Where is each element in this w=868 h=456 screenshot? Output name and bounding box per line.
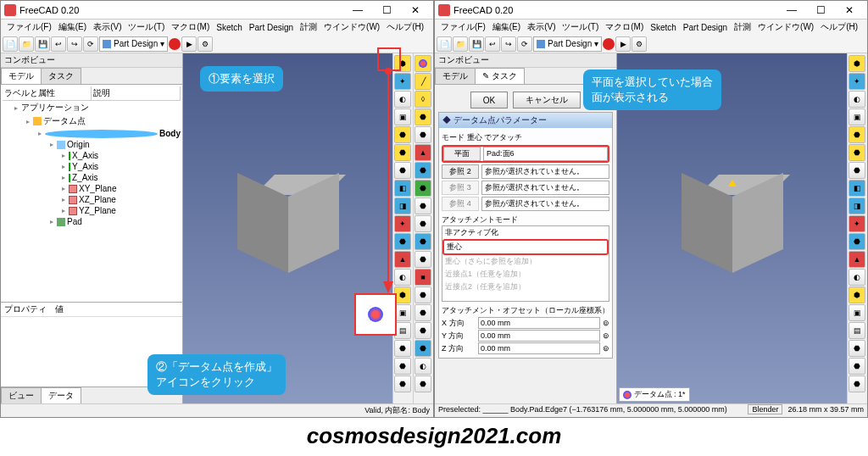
cube-model[interactable]	[237, 173, 339, 275]
vtool-11[interactable]: ⬣	[849, 233, 865, 250]
tab-task[interactable]: タスク	[41, 68, 81, 84]
vtool-7[interactable]: ⬣	[849, 162, 865, 179]
tree-xz-plane[interactable]: XZ_Plane	[62, 194, 181, 205]
ref1-value[interactable]: Pad:面6	[483, 147, 608, 161]
menu-macro[interactable]: マクロ(M)	[603, 21, 646, 33]
menu-view[interactable]: 表示(V)	[525, 21, 558, 33]
datum-plane-button[interactable]: ◊	[415, 91, 431, 108]
tree-body[interactable]: Body	[38, 128, 181, 139]
menu-file[interactable]: ファイル(F)	[4, 21, 54, 33]
cube-model[interactable]	[682, 173, 783, 275]
spinner-icon[interactable]: ⊚	[603, 344, 609, 353]
z-offset-input[interactable]	[478, 342, 600, 354]
vtool-9[interactable]: ◨	[849, 197, 865, 214]
menu-help[interactable]: ヘルプ(H)	[384, 21, 426, 33]
tree-doc[interactable]: データム点	[26, 114, 181, 128]
minimize-button[interactable]: —	[777, 1, 806, 19]
menu-help[interactable]: ヘルプ(H)	[818, 21, 860, 33]
close-button[interactable]: ✕	[835, 1, 864, 19]
cancel-button[interactable]: キャンセル	[513, 92, 581, 108]
tree-xy-plane[interactable]: XY_Plane	[62, 183, 181, 194]
ref4-button[interactable]: 参照 4	[442, 197, 479, 211]
vtool2-7[interactable]: ⬣	[415, 162, 431, 179]
menu-sketch[interactable]: Sketch	[648, 23, 679, 32]
menu-tools[interactable]: ツール(T)	[559, 21, 601, 33]
vtool-4[interactable]: ▣	[849, 108, 865, 125]
menu-measure[interactable]: 計測	[732, 21, 754, 33]
tree-z-axis[interactable]: Z_Axis	[62, 172, 181, 183]
vtool-16[interactable]: ▤	[394, 322, 411, 339]
undo-button[interactable]: ↩	[485, 36, 500, 52]
tree-app[interactable]: アプリケーション	[14, 101, 181, 114]
vtool-5[interactable]: ⬣	[849, 126, 865, 143]
vtool-18[interactable]: ⬣	[394, 358, 411, 375]
x-offset-input[interactable]	[478, 317, 600, 329]
mode-centroid-more[interactable]: 重心（さらに参照を追加）	[442, 255, 609, 268]
menu-window[interactable]: ウインドウ(W)	[321, 21, 382, 33]
tool-btn-a[interactable]: ▶	[181, 36, 197, 52]
tree-origin[interactable]: Origin	[50, 139, 181, 150]
vtool2-13[interactable]: ■	[415, 269, 431, 286]
datum-line-button[interactable]: ╱	[415, 73, 431, 90]
mode-proximity1[interactable]: 近接点1（任意を追加）	[442, 268, 609, 281]
3d-viewport[interactable]	[183, 53, 392, 403]
menu-window[interactable]: ウインドウ(W)	[755, 21, 816, 33]
tab-data[interactable]: データ	[41, 387, 81, 403]
ref3-button[interactable]: 参照 3	[442, 181, 479, 195]
maximize-button[interactable]: ☐	[806, 1, 835, 19]
vtool-17[interactable]: ⬣	[394, 340, 411, 357]
ref2-button[interactable]: 参照 2	[442, 164, 479, 179]
minimize-button[interactable]: —	[343, 1, 372, 19]
vtool-15[interactable]: ▣	[849, 304, 865, 321]
vtool2-5[interactable]: ⬣	[415, 126, 431, 143]
menu-measure[interactable]: 計測	[298, 21, 320, 33]
tab-3d-label[interactable]: データム点 : 1*	[619, 387, 690, 402]
vtool-2[interactable]: ✦	[849, 73, 865, 90]
mode-inactive[interactable]: 非アクティブ化	[442, 226, 609, 239]
workbench-selector[interactable]: Part Design ▾	[99, 36, 168, 52]
vtool2-18[interactable]: ◐	[415, 358, 431, 375]
ok-button[interactable]: OK	[470, 92, 508, 108]
nav-style[interactable]: Blender	[748, 404, 782, 414]
vtool-19[interactable]: ⬣	[394, 375, 411, 392]
vtool2-15[interactable]: ⬣	[415, 304, 431, 321]
redo-button[interactable]: ↪	[501, 36, 516, 52]
menu-edit[interactable]: 編集(E)	[490, 21, 523, 33]
vtool-19[interactable]: ⬣	[849, 375, 865, 392]
new-file-button[interactable]: 📄	[437, 36, 452, 52]
record-macro-button[interactable]	[603, 38, 615, 50]
ref2-value[interactable]: 参照が選択されていません。	[481, 164, 609, 179]
menu-macro[interactable]: マクロ(M)	[169, 21, 212, 33]
refresh-button[interactable]: ⟳	[517, 36, 532, 52]
vtool2-4[interactable]: ⬣	[415, 108, 431, 125]
tab-task[interactable]: ✎ タスク	[475, 68, 525, 84]
open-button[interactable]: 📁	[453, 36, 468, 52]
menu-tools[interactable]: ツール(T)	[125, 21, 167, 33]
save-button[interactable]: 💾	[35, 36, 50, 52]
vtool2-11[interactable]: ⬣	[415, 233, 431, 250]
vtool2-8[interactable]: ⬣	[415, 180, 431, 197]
redo-button[interactable]: ↪	[67, 36, 82, 52]
vtool-13[interactable]: ◐	[849, 269, 865, 286]
tab-model[interactable]: モデル	[1, 68, 42, 84]
undo-button[interactable]: ↩	[51, 36, 66, 52]
tab-view[interactable]: ビュー	[1, 387, 42, 403]
tool-btn-b[interactable]: ⚙	[198, 36, 213, 52]
tab-model[interactable]: モデル	[435, 68, 476, 84]
menu-view[interactable]: 表示(V)	[91, 21, 124, 33]
workbench-selector[interactable]: Part Design ▾	[533, 36, 602, 52]
maximize-button[interactable]: ☐	[372, 1, 401, 19]
vtool2-14[interactable]: ⬣	[415, 286, 431, 303]
vtool-18[interactable]: ⬣	[849, 358, 865, 375]
tool-btn-a[interactable]: ▶	[615, 36, 631, 52]
tree-pad[interactable]: Pad	[50, 216, 181, 227]
vtool2-12[interactable]: ⬣	[415, 251, 431, 268]
close-button[interactable]: ✕	[401, 1, 430, 19]
menu-file[interactable]: ファイル(F)	[438, 21, 488, 33]
vtool-14[interactable]: ⬢	[849, 286, 865, 303]
vtool2-10[interactable]: ⬣	[415, 215, 431, 232]
attachment-mode-list[interactable]: 非アクティブ化 重心 重心（さらに参照を追加） 近接点1（任意を追加） 近接点2…	[442, 225, 609, 302]
y-offset-input[interactable]	[478, 330, 600, 342]
mode-centroid[interactable]: 重心	[442, 239, 609, 255]
vtool-10[interactable]: ✦	[849, 215, 865, 232]
